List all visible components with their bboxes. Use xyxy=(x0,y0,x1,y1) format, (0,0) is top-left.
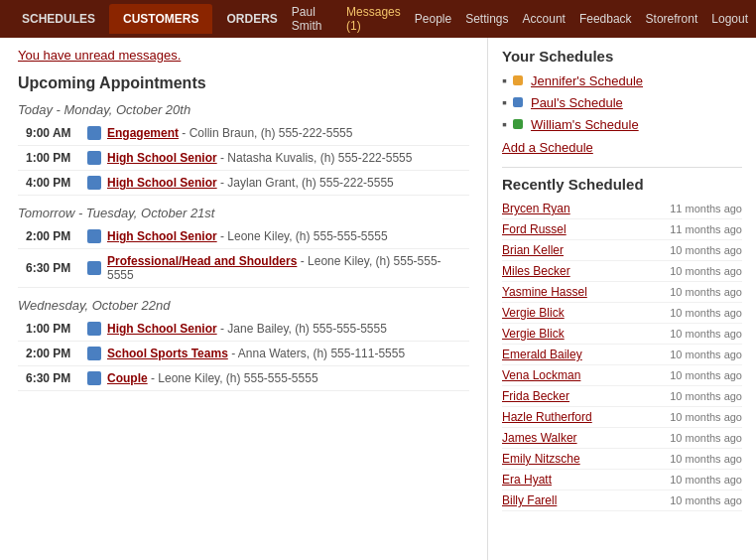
nav-messages[interactable]: Messages (1) xyxy=(346,5,401,33)
nav-paul-smith[interactable]: Paul Smith xyxy=(292,5,332,33)
appt-time: 6:30 PM xyxy=(26,261,87,275)
upcoming-title: Upcoming Appointments xyxy=(18,74,469,92)
recent-time: 10 months ago xyxy=(670,432,742,444)
bullet-marker: ▪ xyxy=(502,116,507,132)
schedule-item-william: ▪ William's Schedule xyxy=(502,116,742,132)
add-schedule-link[interactable]: Add a Schedule xyxy=(502,140,742,155)
appt-content: School Sports Teams - Anna Waters, (h) 5… xyxy=(107,347,405,360)
main-content: You have unread messages. Upcoming Appoi… xyxy=(0,38,756,560)
recent-name[interactable]: Ford Russel xyxy=(502,222,567,236)
appt-detail: - Collin Braun, (h) 555-222-5555 xyxy=(182,126,352,140)
table-row: 2:00 PM High School Senior - Leone Kiley… xyxy=(18,224,469,249)
appt-icon xyxy=(87,322,101,336)
schedule-color-paul xyxy=(513,97,523,107)
appt-icon xyxy=(87,176,101,190)
recent-name[interactable]: Yasmine Hassel xyxy=(502,285,587,299)
appt-link[interactable]: Professional/Head and Shoulders xyxy=(107,254,297,268)
table-row: 1:00 PM High School Senior - Natasha Kuv… xyxy=(18,146,469,171)
recent-time: 10 months ago xyxy=(670,349,742,360)
table-row: 9:00 AM Engagement - Collin Braun, (h) 5… xyxy=(18,121,469,146)
schedule-link-paul[interactable]: Paul's Schedule xyxy=(531,95,623,110)
date-header-wednesday: Wednesday, October 22nd xyxy=(18,298,469,313)
recent-name[interactable]: Brycen Ryan xyxy=(502,202,570,215)
appt-icon xyxy=(87,347,101,360)
recent-name[interactable]: James Walker xyxy=(502,431,577,445)
recent-name[interactable]: Frida Becker xyxy=(502,389,569,403)
schedule-item-paul: ▪ Paul's Schedule xyxy=(502,94,742,110)
date-header-today: Today - Monday, October 20th xyxy=(18,102,469,117)
appt-detail: - Jaylan Grant, (h) 555-222-5555 xyxy=(220,176,394,190)
appt-time: 2:00 PM xyxy=(26,229,87,243)
schedule-link-william[interactable]: William's Schedule xyxy=(531,117,639,132)
appt-content: High School Senior - Jaylan Grant, (h) 5… xyxy=(107,176,394,190)
unread-messages-link[interactable]: You have unread messages. xyxy=(18,48,469,63)
recent-list: Brycen Ryan 11 months ago Ford Russel 11… xyxy=(502,199,742,511)
list-item: Vergie Blick 10 months ago xyxy=(502,324,742,345)
nav-tab-customers[interactable]: CUSTOMERS xyxy=(109,4,212,34)
nav-settings[interactable]: Settings xyxy=(465,12,508,26)
appt-detail: - Natasha Kuvalis, (h) 555-222-5555 xyxy=(220,151,412,165)
recent-time: 10 months ago xyxy=(670,286,742,298)
list-item: Billy Farell 10 months ago xyxy=(502,490,742,511)
nav-account[interactable]: Account xyxy=(523,12,566,26)
bullet-marker: ▪ xyxy=(502,94,507,110)
appt-link[interactable]: High School Senior xyxy=(107,176,217,190)
recent-name[interactable]: Vergie Blick xyxy=(502,327,565,341)
appt-detail: - Jane Bailey, (h) 555-555-5555 xyxy=(220,322,387,336)
recent-time: 10 months ago xyxy=(670,369,742,381)
recent-name[interactable]: Era Hyatt xyxy=(502,473,552,487)
list-item: Hazle Rutherford 10 months ago xyxy=(502,407,742,428)
nav-tab-orders[interactable]: ORDERS xyxy=(212,4,291,34)
recent-name[interactable]: Emily Nitzsche xyxy=(502,452,580,466)
list-item: Frida Becker 10 months ago xyxy=(502,386,742,407)
appt-link[interactable]: High School Senior xyxy=(107,151,217,165)
schedule-color-jennifer xyxy=(513,75,523,85)
appt-link[interactable]: Engagement xyxy=(107,126,179,140)
table-row: 4:00 PM High School Senior - Jaylan Gran… xyxy=(18,171,469,196)
list-item: Era Hyatt 10 months ago xyxy=(502,470,742,490)
recent-time: 10 months ago xyxy=(670,453,742,465)
recent-time: 10 months ago xyxy=(670,265,742,277)
recently-scheduled-title: Recently Scheduled xyxy=(502,167,742,193)
list-item: Brian Keller 10 months ago xyxy=(502,240,742,261)
recent-name[interactable]: Billy Farell xyxy=(502,493,557,507)
recent-name[interactable]: Hazle Rutherford xyxy=(502,410,592,424)
nav-feedback[interactable]: Feedback xyxy=(579,12,632,26)
list-item: Yasmine Hassel 10 months ago xyxy=(502,282,742,303)
appt-time: 9:00 AM xyxy=(26,126,87,140)
schedule-link-jennifer[interactable]: Jennifer's Schedule xyxy=(531,73,643,88)
recent-time: 10 months ago xyxy=(670,411,742,423)
nav-tab-schedules[interactable]: SCHEDULES xyxy=(8,4,109,34)
list-item: Brycen Ryan 11 months ago xyxy=(502,199,742,219)
appt-icon xyxy=(87,229,101,243)
appt-link[interactable]: High School Senior xyxy=(107,229,217,243)
appt-content: Couple - Leone Kiley, (h) 555-555-5555 xyxy=(107,371,318,385)
table-row: 1:00 PM High School Senior - Jane Bailey… xyxy=(18,317,469,342)
recent-name[interactable]: Miles Becker xyxy=(502,264,570,278)
recent-name[interactable]: Brian Keller xyxy=(502,243,564,257)
appt-detail: - Leone Kiley, (h) 555-555-5555 xyxy=(220,229,388,243)
recent-name[interactable]: Vena Lockman xyxy=(502,368,580,382)
nav-storefront[interactable]: Storefront xyxy=(646,12,698,26)
recent-name[interactable]: Emerald Bailey xyxy=(502,348,582,361)
appt-link[interactable]: Couple xyxy=(107,371,148,385)
right-panel: Your Schedules ▪ Jennifer's Schedule ▪ P… xyxy=(488,38,756,560)
appt-detail: - Leone Kiley, (h) 555-555-5555 xyxy=(151,371,318,385)
schedule-color-william xyxy=(513,119,523,129)
appt-link[interactable]: High School Senior xyxy=(107,322,217,336)
recent-name[interactable]: Vergie Blick xyxy=(502,306,565,320)
schedule-item-jennifer: ▪ Jennifer's Schedule xyxy=(502,72,742,88)
appt-time: 2:00 PM xyxy=(26,347,87,360)
list-item: Miles Becker 10 months ago xyxy=(502,261,742,282)
appt-content: Engagement - Collin Braun, (h) 555-222-5… xyxy=(107,126,352,140)
nav-people[interactable]: People xyxy=(415,12,451,26)
list-item: Emerald Bailey 10 months ago xyxy=(502,345,742,365)
appt-time: 1:00 PM xyxy=(26,322,87,336)
date-header-tomorrow: Tomorrow - Tuesday, October 21st xyxy=(18,206,469,220)
top-nav: SCHEDULES CUSTOMERS ORDERS Paul Smith Me… xyxy=(0,0,756,38)
appt-icon xyxy=(87,151,101,165)
appt-content: High School Senior - Jane Bailey, (h) 55… xyxy=(107,322,387,336)
list-item: Emily Nitzsche 10 months ago xyxy=(502,449,742,470)
nav-logout[interactable]: Logout xyxy=(711,12,748,26)
appt-link[interactable]: School Sports Teams xyxy=(107,347,228,360)
